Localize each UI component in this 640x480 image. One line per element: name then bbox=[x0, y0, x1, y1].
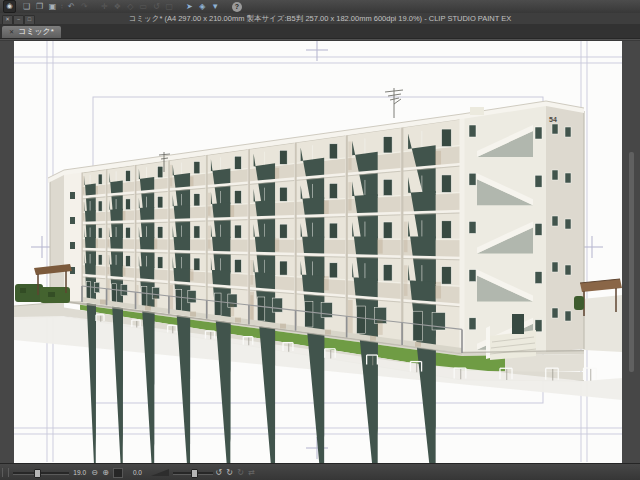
status-bar: 19.0 ⊖ ⊕ 0.0 ↺ ↻ ↻ ⇄ bbox=[0, 463, 640, 480]
building-number: 54 bbox=[549, 116, 557, 123]
snap-frame-icon: ▭ bbox=[138, 1, 149, 13]
reset-rotation-icon: ↻ bbox=[235, 468, 246, 477]
redo-icon: ↷ bbox=[79, 1, 90, 13]
rotation-value: 0.0 bbox=[128, 469, 142, 476]
vertical-scrollbar[interactable] bbox=[629, 152, 634, 372]
flip-view-icon: ⇄ bbox=[246, 468, 257, 477]
new-file-icon[interactable]: ❏ bbox=[21, 1, 32, 13]
object-cursor-icon[interactable]: ➤ bbox=[184, 1, 195, 13]
tab-bar: ✕コミック* bbox=[0, 24, 640, 38]
tab-comic[interactable]: ✕コミック* bbox=[2, 26, 61, 38]
snap-diamond-icon: ◇ bbox=[125, 1, 136, 13]
zoom-slider[interactable] bbox=[13, 468, 69, 477]
drop-arrow-icon[interactable]: ▼ bbox=[210, 1, 221, 13]
document-title: コミック* (A4 297.00 x 210.00mm 製本サイズ:B5判 25… bbox=[0, 14, 640, 24]
zoom-value: 19.0 bbox=[72, 469, 86, 476]
snap-rotate-icon: ↺ bbox=[151, 1, 162, 13]
snap-box-icon: ▢ bbox=[164, 1, 175, 13]
rotate-cw-icon[interactable]: ↻ bbox=[224, 468, 235, 477]
rotation-wedge bbox=[151, 469, 169, 476]
statusbar-grip bbox=[2, 468, 9, 477]
rotation-slider[interactable] bbox=[173, 468, 213, 477]
fit-screen-button[interactable] bbox=[113, 468, 123, 478]
undo-icon[interactable]: ↶ bbox=[66, 1, 77, 13]
pane-edge bbox=[0, 38, 640, 41]
help-icon[interactable]: ? bbox=[232, 2, 242, 12]
clip-studio-eye-icon[interactable]: ◉ bbox=[3, 0, 16, 13]
open-file-icon[interactable]: ❐ bbox=[34, 1, 45, 13]
canvas-viewport[interactable]: 54 bbox=[0, 39, 640, 463]
snap-move-icon: ❖ bbox=[112, 1, 123, 13]
rotate-ccw-icon[interactable]: ↺ bbox=[213, 468, 224, 477]
rotate-view-icon[interactable]: ◈ bbox=[197, 1, 208, 13]
tab-label: コミック* bbox=[18, 27, 54, 36]
command-bar: ◉ ❏ ❐ ▣ ∶ ↶ ↷ ✛ ❖ ◇ ▭ ↺ ▢ ➤ ◈ ▼ ? bbox=[0, 0, 640, 14]
toolbar-separator: ∶ bbox=[61, 3, 63, 11]
snap-crosshair-icon: ✛ bbox=[99, 1, 110, 13]
zoom-out-icon[interactable]: ⊖ bbox=[89, 468, 100, 477]
tab-close-icon[interactable]: ✕ bbox=[9, 29, 14, 35]
save-file-icon[interactable]: ▣ bbox=[47, 1, 58, 13]
zoom-in-icon[interactable]: ⊕ bbox=[100, 468, 111, 477]
